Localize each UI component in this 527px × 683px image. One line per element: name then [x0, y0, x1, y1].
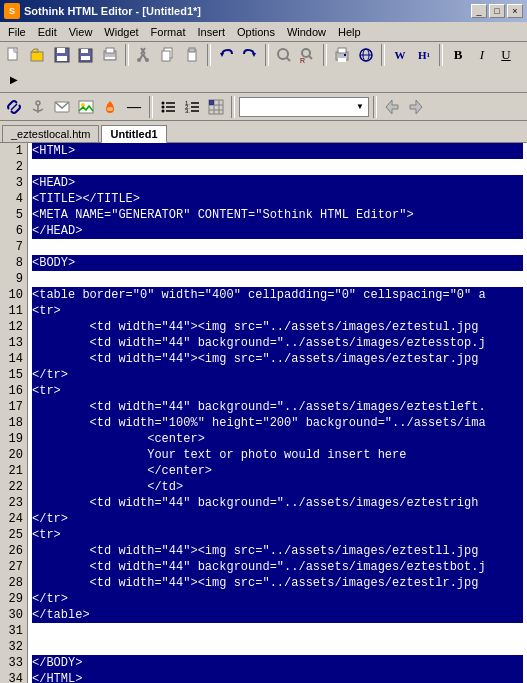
svg-marker-23 — [220, 53, 224, 57]
line-number: 10 — [4, 287, 23, 303]
find-button[interactable] — [273, 44, 295, 66]
code-line: <td width="44"><img src="../assets/image… — [32, 543, 523, 559]
code-line — [32, 271, 523, 287]
ordered-list-button[interactable]: 1.2.3. — [181, 96, 203, 118]
code-line: </table> — [32, 607, 523, 623]
unordered-list-button[interactable] — [157, 96, 179, 118]
toolbar-sep-5 — [381, 44, 385, 66]
print-button[interactable] — [331, 44, 353, 66]
minimize-button[interactable]: _ — [471, 4, 487, 18]
svg-marker-63 — [410, 100, 422, 114]
copy-button[interactable] — [157, 44, 179, 66]
tab-bar: _eztestlocal.htm Untitled1 — [0, 121, 527, 143]
code-line: <HEAD> — [32, 175, 523, 191]
redo-button[interactable] — [239, 44, 261, 66]
tab-eztestlocal[interactable]: _eztestlocal.htm — [2, 125, 99, 142]
color-button[interactable] — [99, 96, 121, 118]
anchor-button[interactable] — [27, 96, 49, 118]
menu-bar: File Edit View Widget Format Insert Opti… — [0, 22, 527, 42]
line-number: 7 — [4, 239, 23, 255]
table-button[interactable] — [205, 96, 227, 118]
menu-file[interactable]: File — [2, 22, 32, 41]
line-number: 30 — [4, 607, 23, 623]
back-button[interactable] — [381, 96, 403, 118]
bold-button[interactable]: B — [447, 44, 469, 66]
svg-rect-8 — [81, 49, 88, 53]
hyperlink-button[interactable] — [3, 96, 25, 118]
menu-help[interactable]: Help — [332, 22, 367, 41]
code-line: </BODY> — [32, 655, 523, 671]
toolbar-sep-3 — [265, 44, 269, 66]
image-button[interactable] — [75, 96, 97, 118]
new-button[interactable] — [3, 44, 25, 66]
svg-point-18 — [145, 58, 149, 62]
heading-button[interactable]: H1 — [413, 44, 435, 66]
style-dropdown-value — [244, 101, 247, 113]
code-line: </HTML> — [32, 671, 523, 683]
toolbar-sep-2 — [207, 44, 211, 66]
code-line: <META NAME="GENERATOR" CONTENT="Sothink … — [32, 207, 523, 223]
svg-rect-2 — [31, 52, 43, 61]
extra-format-button[interactable]: ▶ — [3, 68, 25, 90]
editor-container[interactable]: 1234567891011121314151617181920212223242… — [0, 143, 527, 683]
svg-text:R: R — [300, 57, 305, 63]
line-number: 32 — [4, 639, 23, 655]
svg-text:3.: 3. — [185, 108, 190, 114]
forward-button[interactable] — [405, 96, 427, 118]
underline-button[interactable]: U — [495, 44, 517, 66]
code-line: </HEAD> — [32, 223, 523, 239]
line-number: 29 — [4, 591, 23, 607]
save-all-button[interactable] — [75, 44, 97, 66]
browser-preview-button[interactable] — [355, 44, 377, 66]
save-button[interactable] — [51, 44, 73, 66]
svg-rect-12 — [105, 57, 115, 59]
menu-widget[interactable]: Widget — [98, 22, 144, 41]
svg-point-27 — [302, 49, 310, 57]
paste-button[interactable] — [181, 44, 203, 66]
italic-button[interactable]: I — [471, 44, 493, 66]
line-number: 28 — [4, 575, 23, 591]
editor-content: 1234567891011121314151617181920212223242… — [0, 143, 527, 683]
code-line: </tr> — [32, 511, 523, 527]
line-number: 26 — [4, 543, 23, 559]
line-number: 15 — [4, 367, 23, 383]
close-button[interactable]: × — [507, 4, 523, 18]
line-number: 3 — [4, 175, 23, 191]
style-dropdown-arrow: ▼ — [356, 102, 364, 111]
code-line: <td width="100%" height="200" background… — [32, 415, 523, 431]
line-number: 24 — [4, 511, 23, 527]
email-button[interactable] — [51, 96, 73, 118]
menu-insert[interactable]: Insert — [191, 22, 231, 41]
svg-rect-22 — [189, 48, 195, 52]
maximize-button[interactable]: □ — [489, 4, 505, 18]
svg-line-28 — [309, 56, 312, 59]
line-number: 9 — [4, 271, 23, 287]
svg-line-26 — [287, 58, 291, 62]
toolbar-sep-6 — [439, 44, 443, 66]
svg-rect-31 — [338, 48, 346, 53]
line-number: 2 — [4, 159, 23, 175]
hr-button[interactable]: — — [123, 96, 145, 118]
line-number: 12 — [4, 319, 23, 335]
undo-button[interactable] — [215, 44, 237, 66]
style-dropdown[interactable]: ▼ — [239, 97, 369, 117]
svg-rect-6 — [57, 56, 67, 61]
menu-edit[interactable]: Edit — [32, 22, 63, 41]
find-replace-button[interactable]: R — [297, 44, 319, 66]
tab-untitled1[interactable]: Untitled1 — [101, 125, 166, 143]
code-line — [32, 239, 523, 255]
open-button[interactable] — [27, 44, 49, 66]
code-line: <TITLE></TITLE> — [32, 191, 523, 207]
menu-options[interactable]: Options — [231, 22, 281, 41]
code-area[interactable]: <HTML><HEAD><TITLE></TITLE><META NAME="G… — [28, 143, 527, 683]
svg-point-38 — [36, 101, 40, 105]
svg-rect-33 — [344, 54, 346, 56]
cut-button[interactable] — [133, 44, 155, 66]
menu-view[interactable]: View — [63, 22, 99, 41]
line-number: 22 — [4, 479, 23, 495]
word-wrap-button[interactable]: W — [389, 44, 411, 66]
menu-window[interactable]: Window — [281, 22, 332, 41]
code-line: <BODY> — [32, 255, 523, 271]
menu-format[interactable]: Format — [145, 22, 192, 41]
print-preview-button[interactable] — [99, 44, 121, 66]
